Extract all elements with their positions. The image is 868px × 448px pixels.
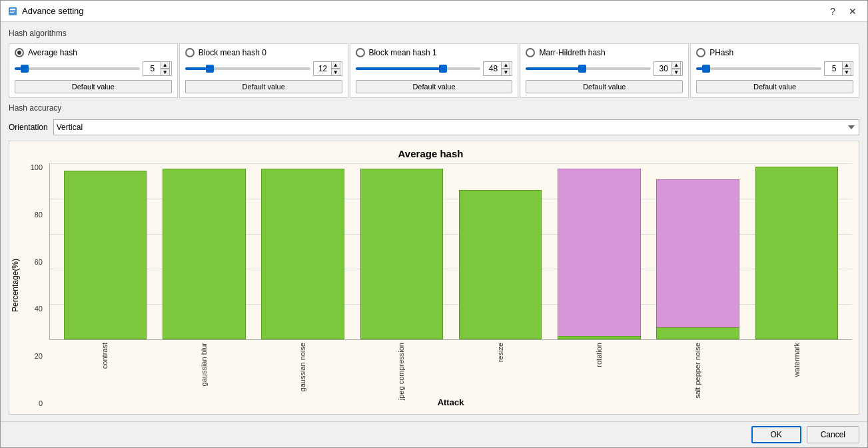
chart-plot: contrastgaussian blurgaussian noisejpeg … xyxy=(49,163,852,407)
algo-label-mhh: Marr-Hildreth hash xyxy=(539,48,605,57)
chart-container: Average hash Percentage(%) 020406080100 … xyxy=(9,141,859,415)
spin-down-bmh1[interactable]: ▼ xyxy=(501,69,510,76)
bar-pink xyxy=(558,169,640,339)
x-label-item: salt pepper noise xyxy=(649,343,746,396)
radio-bmh1[interactable] xyxy=(356,48,365,57)
spin-down-bmh0[interactable]: ▼ xyxy=(331,69,340,76)
orientation-label: Orientation xyxy=(9,123,48,132)
x-label-text: salt pepper noise xyxy=(693,343,701,399)
bar-pink xyxy=(656,179,739,339)
num-val-bmh0: 12 xyxy=(315,64,331,73)
main-window: Advance setting ? ✕ Hash algorithms Aver… xyxy=(0,0,868,448)
bar-group xyxy=(650,163,747,339)
slider-row-mhh: 30▲▼ xyxy=(526,61,683,76)
x-labels: contrastgaussian blurgaussian noisejpeg … xyxy=(49,343,852,396)
bar-green xyxy=(558,336,640,339)
radio-avg[interactable] xyxy=(15,48,24,57)
radio-mhh[interactable] xyxy=(526,48,535,57)
algo-label-bmh0: Block mean hash 0 xyxy=(199,48,266,57)
x-label-text: contrast xyxy=(101,343,109,369)
bar-stack xyxy=(452,163,549,339)
ok-button[interactable]: OK xyxy=(751,426,801,443)
y-tick: 20 xyxy=(35,352,43,360)
algo-label-bmh1: Block mean hash 1 xyxy=(369,48,437,57)
default-btn-phash[interactable]: Default value xyxy=(696,80,853,93)
default-btn-avg[interactable]: Default value xyxy=(15,80,172,93)
orientation-select[interactable]: Vertical Horizontal xyxy=(53,119,859,135)
svg-rect-1 xyxy=(10,9,15,10)
bar-green xyxy=(261,169,344,339)
spin-up-bmh0[interactable]: ▲ xyxy=(331,61,340,69)
bar-group xyxy=(155,163,252,339)
spin-down-avg[interactable]: ▼ xyxy=(161,69,170,76)
slider-track-bmh0[interactable] xyxy=(185,67,310,70)
algo-box-avg: Average hash5▲▼Default value xyxy=(9,43,178,98)
x-label-item: gaussian blur xyxy=(155,343,252,396)
help-button[interactable]: ? xyxy=(826,5,839,17)
content-area: Hash algorithms Average hash5▲▼Default v… xyxy=(1,22,867,421)
svg-rect-2 xyxy=(10,11,15,11)
default-btn-bmh1[interactable]: Default value xyxy=(356,80,513,93)
x-label-text: rotation xyxy=(595,343,603,367)
num-input-bmh1: 48▲▼ xyxy=(483,61,512,76)
slider-row-bmh1: 48▲▼ xyxy=(356,61,513,76)
x-label-item: jpeg compression xyxy=(352,343,450,396)
algo-header-bmh1: Block mean hash 1 xyxy=(356,48,513,57)
radio-bmh0[interactable] xyxy=(185,48,195,57)
algo-box-phash: PHash5▲▼Default value xyxy=(690,43,859,98)
bar-group xyxy=(550,163,648,339)
spin-up-bmh1[interactable]: ▲ xyxy=(501,61,510,69)
slider-track-bmh1[interactable] xyxy=(356,67,481,70)
bars-area xyxy=(49,163,852,340)
chart-title: Average hash xyxy=(9,148,852,159)
hash-accuracy-section: Hash accuracy Orientation Vertical Horiz… xyxy=(9,103,859,135)
y-tick: 100 xyxy=(31,163,43,171)
bar-green xyxy=(459,190,542,339)
window-title: Advance setting xyxy=(22,6,84,16)
x-label-item: gaussian noise xyxy=(254,343,351,396)
bar-stack xyxy=(57,163,154,339)
default-btn-bmh0[interactable]: Default value xyxy=(185,80,342,93)
spin-up-phash[interactable]: ▲ xyxy=(842,61,851,69)
x-label-item: contrast xyxy=(56,343,153,396)
x-label-item: resize xyxy=(452,343,549,396)
window-icon xyxy=(7,6,18,17)
spin-down-mhh[interactable]: ▼ xyxy=(671,69,681,76)
slider-row-phash: 5▲▼ xyxy=(696,61,853,76)
slider-track-avg[interactable] xyxy=(15,67,140,70)
radio-phash[interactable] xyxy=(696,48,705,57)
y-tick: 60 xyxy=(35,258,43,266)
spin-down-phash[interactable]: ▼ xyxy=(842,69,851,76)
y-ticks: 020406080100 xyxy=(20,163,45,407)
x-label-text: watermark xyxy=(793,343,801,377)
cancel-button[interactable]: Cancel xyxy=(807,426,859,443)
title-bar-controls: ? ✕ xyxy=(826,5,861,17)
bar-stack xyxy=(155,163,252,339)
algo-box-bmh0: Block mean hash 012▲▼Default value xyxy=(179,43,348,98)
bar-group xyxy=(353,163,450,339)
close-button[interactable]: ✕ xyxy=(845,5,861,17)
bar-green xyxy=(64,171,147,339)
algo-label-avg: Average hash xyxy=(28,48,77,57)
num-val-mhh: 30 xyxy=(655,64,671,73)
bar-green xyxy=(163,169,245,339)
slider-track-mhh[interactable] xyxy=(526,67,651,70)
num-val-avg: 5 xyxy=(145,64,161,73)
y-tick: 80 xyxy=(35,211,43,219)
bar-green xyxy=(656,327,739,339)
num-val-bmh1: 48 xyxy=(485,64,501,73)
spin-up-avg[interactable]: ▲ xyxy=(161,61,170,69)
x-label-text: gaussian noise xyxy=(298,343,306,391)
default-btn-mhh[interactable]: Default value xyxy=(526,80,683,93)
spin-up-mhh[interactable]: ▲ xyxy=(671,61,681,69)
algo-box-mhh: Marr-Hildreth hash30▲▼Default value xyxy=(520,43,689,98)
num-input-bmh0: 12▲▼ xyxy=(313,61,342,76)
slider-track-phash[interactable] xyxy=(696,67,821,70)
algo-header-phash: PHash xyxy=(696,48,853,57)
algo-label-phash: PHash xyxy=(709,48,733,57)
orientation-row: Orientation Vertical Horizontal xyxy=(9,119,859,135)
num-input-avg: 5▲▼ xyxy=(143,61,172,76)
x-axis-title: Attack xyxy=(49,397,852,407)
x-label-item: watermark xyxy=(748,343,845,396)
title-bar-left: Advance setting xyxy=(7,6,84,17)
